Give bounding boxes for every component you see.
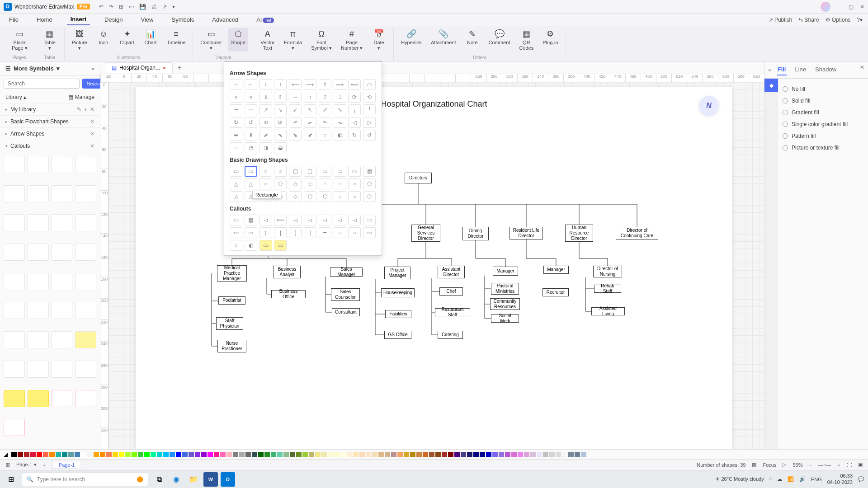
- color-swatch[interactable]: [220, 452, 226, 457]
- color-swatch[interactable]: [138, 452, 143, 457]
- arrow-shape[interactable]: ↗: [259, 104, 272, 115]
- color-swatch[interactable]: [24, 452, 29, 457]
- org-box[interactable]: NursePractioner: [217, 340, 246, 352]
- callout-shape[interactable]: [28, 214, 49, 231]
- callout-shape[interactable]: ○: [230, 240, 242, 251]
- basic-shape[interactable]: ○: [334, 191, 346, 202]
- callout-shape[interactable]: [4, 214, 25, 231]
- arrow-shape[interactable]: ◁: [348, 117, 361, 128]
- color-swatch[interactable]: [511, 452, 517, 457]
- start-button[interactable]: ⊞: [4, 472, 18, 487]
- wifi-icon[interactable]: 📶: [788, 476, 794, 482]
- callout-shape[interactable]: ◅: [319, 215, 331, 225]
- ribbon-plug-in-button[interactable]: ⚙Plug-in: [540, 28, 561, 52]
- color-swatch[interactable]: [119, 452, 124, 457]
- callout-shape[interactable]: {: [274, 227, 287, 238]
- explorer-icon[interactable]: 📁: [186, 472, 201, 487]
- basic-shape[interactable]: ⬭: [304, 178, 316, 189]
- callout-shape[interactable]: [28, 331, 49, 348]
- fill-option-0[interactable]: No fill: [783, 83, 863, 95]
- color-swatch[interactable]: [239, 452, 245, 457]
- basic-shape[interactable]: ▭: [319, 166, 331, 177]
- color-swatch[interactable]: [391, 452, 396, 457]
- avatar[interactable]: [821, 2, 830, 12]
- callout-shape[interactable]: [75, 331, 96, 348]
- color-swatch[interactable]: [94, 452, 99, 457]
- org-box[interactable]: GS Office: [384, 331, 411, 339]
- color-swatch[interactable]: [75, 452, 80, 457]
- callout-shape[interactable]: [52, 390, 73, 407]
- arrow-shape[interactable]: ⬐: [304, 117, 316, 128]
- fullscreen-icon[interactable]: ▣: [858, 462, 863, 468]
- org-box[interactable]: Podiatrist: [218, 296, 245, 305]
- basic-shape[interactable]: △: [230, 191, 242, 202]
- color-swatch[interactable]: [30, 452, 36, 457]
- color-swatch[interactable]: [442, 452, 447, 457]
- callout-shape[interactable]: ▭: [259, 240, 272, 251]
- callout-shape[interactable]: [52, 214, 73, 231]
- color-swatch[interactable]: [435, 452, 441, 457]
- arrow-shape[interactable]: ⬎: [334, 117, 346, 128]
- color-swatch[interactable]: [264, 452, 270, 457]
- ribbon-page-button[interactable]: #PageNumber ▾: [338, 28, 365, 52]
- fill-option-5[interactable]: Picture or texture fill: [783, 142, 863, 154]
- arrow-shape[interactable]: ←: [245, 79, 257, 90]
- close-icon[interactable]: ✕: [90, 131, 94, 137]
- callout-shape[interactable]: [28, 361, 49, 378]
- basic-shape[interactable]: ○: [348, 191, 361, 202]
- close-icon[interactable]: ✕: [90, 118, 94, 125]
- fill-option-2[interactable]: Gradient fill: [783, 107, 863, 118]
- callout-shape[interactable]: [4, 331, 25, 348]
- basic-shape[interactable]: ▦: [363, 166, 376, 177]
- color-swatch[interactable]: [208, 452, 213, 457]
- color-swatch[interactable]: [245, 452, 251, 457]
- menu-advanced[interactable]: Advanced: [208, 14, 242, 25]
- color-swatch[interactable]: [404, 452, 409, 457]
- arrow-shape[interactable]: ⬭: [363, 79, 376, 90]
- zoom-out-icon[interactable]: −: [809, 462, 811, 468]
- arrow-shape[interactable]: ⬌: [230, 130, 242, 141]
- org-box[interactable]: Consultant: [332, 308, 360, 316]
- arrow-shape[interactable]: ⬏: [289, 117, 302, 128]
- org-box[interactable]: StaffPhysician: [216, 317, 243, 330]
- callout-shape[interactable]: ▭: [363, 227, 376, 238]
- basic-shape[interactable]: ◇: [289, 191, 302, 202]
- color-swatch[interactable]: [309, 452, 314, 457]
- color-swatch[interactable]: [258, 452, 264, 457]
- org-box[interactable]: ProjectManager: [384, 267, 410, 279]
- color-swatch[interactable]: [575, 452, 580, 457]
- color-swatch[interactable]: [454, 452, 460, 457]
- arrow-shape[interactable]: ↖: [304, 104, 316, 115]
- callout-shape[interactable]: [75, 302, 96, 319]
- close-icon[interactable]: ✕: [860, 4, 864, 10]
- color-swatch[interactable]: [56, 452, 61, 457]
- manage-link[interactable]: ▤ Manage: [68, 94, 94, 100]
- basic-shape[interactable]: ▭: [245, 166, 257, 177]
- basic-shape[interactable]: ▭: [334, 166, 346, 177]
- color-swatch[interactable]: [581, 452, 586, 457]
- org-box[interactable]: Restaurant Staff: [435, 308, 470, 316]
- color-swatch[interactable]: [49, 452, 55, 457]
- callout-shape[interactable]: ◅: [348, 215, 361, 225]
- arrow-shape[interactable]: ◒: [274, 142, 287, 153]
- color-swatch[interactable]: [37, 452, 42, 457]
- new-icon[interactable]: ⊞: [119, 4, 123, 10]
- menu-file[interactable]: File: [5, 14, 22, 25]
- word-icon[interactable]: W: [203, 472, 218, 487]
- ribbon-blank-button[interactable]: ▭BlankPage ▾: [9, 28, 30, 52]
- color-swatch[interactable]: [321, 452, 327, 457]
- grid-icon[interactable]: ▦: [752, 462, 756, 468]
- org-box[interactable]: Housekeeping: [381, 288, 415, 297]
- arrow-shape[interactable]: ⟳: [274, 117, 287, 128]
- basic-shape[interactable]: ⬡: [319, 191, 331, 202]
- open-icon[interactable]: ▭: [129, 4, 134, 10]
- color-swatch[interactable]: [385, 452, 390, 457]
- menu-design[interactable]: Design: [101, 14, 126, 25]
- callout-shape[interactable]: ▦: [245, 215, 257, 225]
- page-tab[interactable]: Page-1: [52, 461, 81, 469]
- save-icon[interactable]: 💾: [139, 4, 146, 10]
- arrow-shape[interactable]: ◐: [334, 130, 346, 141]
- callout-shape[interactable]: [75, 214, 96, 231]
- color-swatch[interactable]: [144, 452, 150, 457]
- callout-shape[interactable]: ◅: [334, 215, 346, 225]
